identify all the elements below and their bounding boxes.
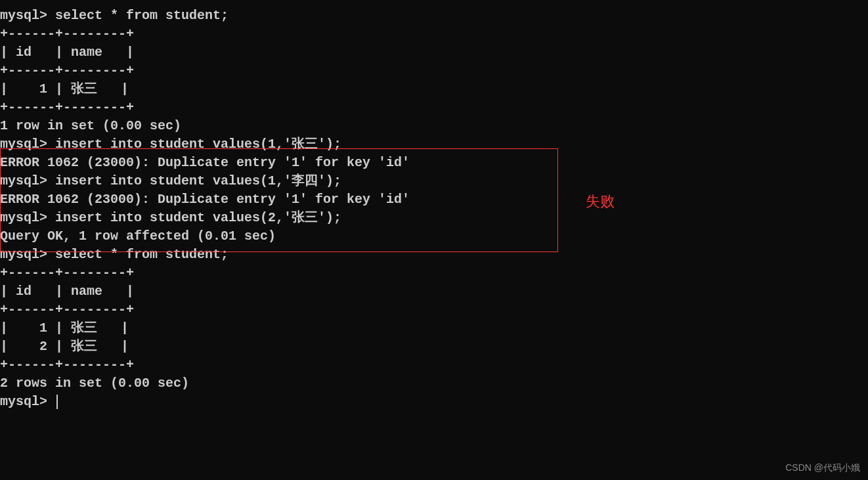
terminal-line: ERROR 1062 (23000): Duplicate entry '1' … [0,154,868,172]
terminal-line: ERROR 1062 (23000): Duplicate entry '1' … [0,190,868,209]
terminal-line: mysql> insert into student values(1,'李四'… [0,172,868,190]
terminal-line: | 1 | 张三 | [0,80,868,98]
terminal-line: +------+--------+ [0,301,868,319]
terminal-line: 2 rows in set (0.00 sec) [0,374,868,393]
watermark: CSDN @代码小娥 [785,462,860,475]
terminal-line: | 1 | 张三 | [0,319,868,338]
terminal-line: +------+--------+ [0,25,868,43]
terminal-line: mysql> select * from student; [0,246,868,264]
terminal-line: | id | name | [0,282,868,301]
failure-annotation: 失败 [586,192,615,212]
terminal-line: mysql> select * from student; [0,7,868,25]
terminal-output: mysql> select * from student; +------+--… [0,7,868,411]
terminal-prompt[interactable]: mysql> [0,393,868,411]
terminal-line: 1 row in set (0.00 sec) [0,117,868,135]
terminal-line: +------+--------+ [0,98,868,117]
terminal-line: | 2 | 张三 | [0,338,868,356]
terminal-line: mysql> insert into student values(2,'张三'… [0,209,868,227]
terminal-line: | id | name | [0,43,868,62]
terminal-line: +------+--------+ [0,62,868,80]
terminal-line: mysql> insert into student values(1,'张三'… [0,135,868,154]
terminal-line: +------+--------+ [0,264,868,282]
terminal-line: +------+--------+ [0,356,868,374]
cursor-icon [56,395,58,409]
terminal-line: Query OK, 1 row affected (0.01 sec) [0,227,868,246]
